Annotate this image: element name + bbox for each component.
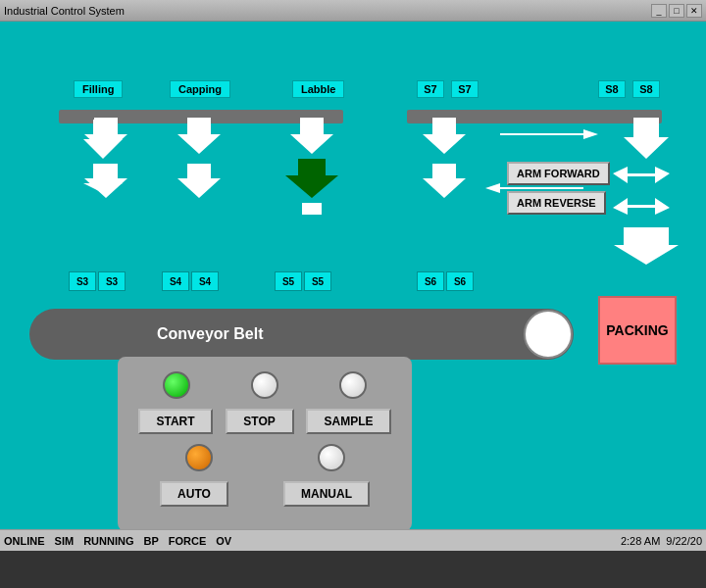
s4b-box: S4 bbox=[191, 271, 219, 291]
svg-marker-7 bbox=[285, 159, 338, 198]
status-running: RUNNING bbox=[83, 535, 133, 547]
stop-indicator bbox=[251, 371, 278, 399]
start-button[interactable]: START bbox=[138, 409, 212, 434]
status-online: ONLINE bbox=[4, 535, 45, 547]
svg-marker-9 bbox=[423, 118, 466, 154]
conveyor-label: Conveyor Belt bbox=[157, 325, 263, 343]
status-force: FORCE bbox=[169, 535, 207, 547]
status-ov: OV bbox=[216, 535, 231, 547]
minimize-button[interactable]: _ bbox=[651, 4, 667, 18]
svg-marker-12 bbox=[583, 129, 598, 139]
status-sim: SIM bbox=[55, 535, 75, 547]
status-date: 9/22/20 bbox=[666, 535, 702, 547]
titlebar: Industrial Control System _ □ ✕ bbox=[0, 0, 706, 22]
manual-indicator bbox=[318, 444, 345, 471]
status-clock: 2:28 AM 9/22/20 bbox=[621, 535, 702, 547]
auto-button[interactable]: AUTO bbox=[160, 481, 228, 507]
s5b-box: S5 bbox=[304, 271, 331, 291]
svg-marker-6 bbox=[290, 118, 333, 154]
close-button[interactable]: ✕ bbox=[686, 4, 702, 18]
status-time: 2:28 AM bbox=[621, 535, 660, 547]
s6b-box: S6 bbox=[446, 271, 474, 291]
s3b-box: S3 bbox=[98, 271, 126, 291]
svg-marker-2 bbox=[84, 118, 127, 154]
svg-marker-3 bbox=[84, 164, 127, 198]
stop-button[interactable]: STOP bbox=[226, 409, 294, 434]
manual-button[interactable]: MANUAL bbox=[283, 481, 370, 507]
panel-buttons-row1: START STOP SAMPLE bbox=[132, 409, 397, 434]
svg-marker-16 bbox=[613, 167, 670, 183]
sample-button[interactable]: SAMPLE bbox=[306, 409, 390, 434]
packing-box: PACKING bbox=[598, 296, 677, 365]
s6a-box: S6 bbox=[417, 271, 444, 291]
svg-marker-18 bbox=[614, 227, 679, 265]
panel-buttons-row2: AUTO MANUAL bbox=[132, 481, 397, 507]
conveyor-pulley bbox=[524, 310, 573, 359]
status-bar: ONLINE SIM RUNNING BP FORCE OV 2:28 AM 9… bbox=[0, 529, 706, 551]
s5a-box: S5 bbox=[275, 271, 302, 291]
svg-marker-17 bbox=[613, 198, 670, 215]
s3a-box: S3 bbox=[69, 271, 96, 291]
start-indicator bbox=[163, 371, 190, 399]
svg-marker-4 bbox=[177, 118, 221, 154]
panel-indicators-row1 bbox=[132, 371, 397, 399]
svg-marker-10 bbox=[423, 164, 466, 198]
control-panel: START STOP SAMPLE AUTO MANUAL bbox=[118, 357, 412, 531]
sample-indicator bbox=[339, 371, 367, 399]
svg-marker-15 bbox=[624, 118, 669, 159]
panel-indicators-row2 bbox=[132, 444, 397, 471]
packing-label: PACKING bbox=[606, 322, 669, 338]
titlebar-title: Industrial Control System bbox=[4, 5, 125, 17]
auto-indicator bbox=[185, 444, 213, 471]
svg-marker-14 bbox=[485, 183, 500, 193]
s4a-box: S4 bbox=[162, 271, 189, 291]
maximize-button[interactable]: □ bbox=[669, 4, 684, 18]
arm-forward-button[interactable]: ARM FORWARD bbox=[507, 162, 610, 185]
svg-marker-5 bbox=[177, 164, 221, 198]
arm-reverse-button[interactable]: ARM REVERSE bbox=[507, 191, 606, 215]
conveyor-belt: Conveyor Belt bbox=[29, 309, 574, 360]
status-bp: BP bbox=[143, 535, 158, 547]
svg-rect-8 bbox=[302, 203, 322, 215]
main-area: Filling Capping Labble S7 S7 S8 S8 bbox=[0, 22, 706, 551]
titlebar-buttons: _ □ ✕ bbox=[651, 4, 702, 18]
